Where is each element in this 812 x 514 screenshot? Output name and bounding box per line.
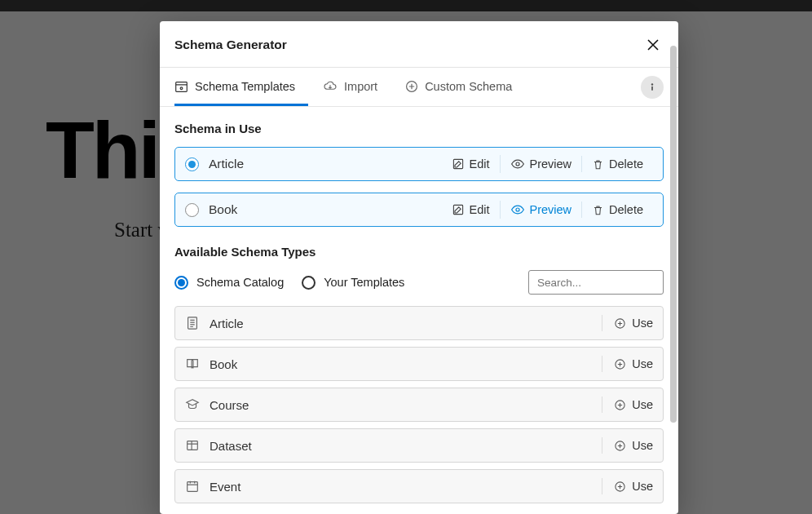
schema-name: Book [209, 202, 442, 217]
delete-button[interactable]: Delete [581, 156, 653, 172]
use-button[interactable]: Use [602, 397, 653, 413]
modal-title: Schema Generator [174, 38, 287, 52]
plus-circle-icon [614, 358, 626, 370]
preview-button[interactable]: Preview [500, 201, 582, 219]
modal-header: Schema Generator [160, 21, 678, 68]
eye-icon [510, 157, 525, 171]
preview-button[interactable]: Preview [500, 155, 582, 173]
primary-radio[interactable] [185, 203, 199, 217]
dataset-icon [185, 438, 200, 453]
svg-point-1 [180, 86, 183, 89]
schema-name: Book [210, 357, 602, 371]
tab-label: Custom Schema [425, 80, 512, 93]
item-actions: Edit Preview Delete [442, 155, 654, 173]
modal-content: Schema in Use Article Edit Preview [160, 107, 678, 514]
available-item: Article Use [174, 306, 664, 340]
use-button[interactable]: Use [602, 478, 653, 494]
item-actions: Edit Preview Delete [442, 201, 654, 219]
schema-generator-modal: Schema Generator Schema Templates Import… [160, 21, 678, 514]
preview-label: Preview [530, 203, 572, 216]
schema-name: Course [210, 398, 602, 412]
svg-rect-4 [651, 86, 653, 90]
svg-point-8 [515, 208, 519, 211]
in-use-item: Article Edit Preview Delete [174, 147, 664, 181]
use-button[interactable]: Use [602, 356, 653, 372]
plus-circle-icon [614, 399, 626, 411]
schema-name: Article [210, 317, 602, 330]
edit-icon [452, 157, 465, 171]
schema-name: Dataset [210, 439, 602, 453]
use-label: Use [632, 317, 653, 330]
available-filter-row: Schema Catalog Your Templates [174, 270, 664, 295]
preview-label: Preview [530, 157, 572, 171]
use-label: Use [632, 439, 653, 452]
plus-circle-icon [614, 317, 626, 330]
tab-import[interactable]: Import [323, 68, 391, 106]
course-icon [185, 397, 200, 412]
edit-label: Edit [470, 157, 490, 171]
delete-button[interactable]: Delete [581, 202, 653, 218]
use-button[interactable]: Use [602, 315, 653, 331]
svg-point-6 [515, 162, 519, 166]
plus-circle-icon [614, 481, 626, 493]
filter-schema-catalog[interactable]: Schema Catalog [174, 276, 284, 290]
schema-name: Article [209, 157, 442, 171]
filter-your-templates[interactable]: Your Templates [302, 276, 404, 290]
svg-point-3 [651, 83, 653, 85]
svg-rect-15 [188, 482, 198, 492]
available-item: Book Use [174, 347, 664, 381]
close-button[interactable] [644, 36, 662, 54]
available-item: Dataset Use [174, 428, 664, 463]
template-icon [174, 80, 188, 94]
eye-icon [510, 202, 525, 217]
article-icon [185, 316, 200, 330]
radio-icon [174, 276, 188, 290]
edit-label: Edit [470, 203, 490, 216]
available-list: Article Use Book Use Course [174, 306, 664, 503]
tabs-row: Schema Templates Import Custom Schema [160, 68, 678, 107]
tab-custom-schema[interactable]: Custom Schema [405, 69, 525, 105]
section-title-available: Available Schema Types [174, 245, 664, 259]
schema-name: Event [210, 480, 602, 494]
tab-label: Import [344, 80, 377, 93]
edit-icon [452, 203, 465, 216]
tab-schema-templates[interactable]: Schema Templates [174, 69, 308, 106]
edit-button[interactable]: Edit [442, 156, 500, 172]
in-use-item: Book Edit Preview Delete [174, 193, 664, 227]
plus-circle-icon [614, 440, 626, 452]
trash-icon [592, 158, 604, 171]
cloud-import-icon [323, 79, 338, 94]
available-item: Course Use [174, 388, 664, 422]
use-label: Use [632, 398, 653, 411]
close-icon [646, 38, 660, 52]
available-item: Event Use [174, 469, 664, 503]
radio-icon [302, 276, 316, 290]
filter-label: Your Templates [324, 276, 404, 289]
edit-button[interactable]: Edit [442, 202, 500, 218]
delete-label: Delete [609, 203, 643, 216]
in-use-list: Article Edit Preview Delete [174, 147, 664, 227]
section-title-in-use: Schema in Use [174, 122, 664, 135]
info-button[interactable] [641, 76, 664, 99]
info-icon [647, 82, 658, 93]
use-label: Use [632, 357, 653, 370]
event-icon [185, 479, 200, 494]
search-input[interactable] [528, 270, 664, 295]
use-button[interactable]: Use [602, 437, 653, 454]
svg-rect-13 [188, 441, 198, 450]
use-label: Use [632, 480, 653, 493]
primary-radio[interactable] [185, 157, 199, 171]
trash-icon [592, 204, 604, 216]
tab-label: Schema Templates [195, 80, 295, 93]
book-icon [185, 357, 200, 371]
filter-label: Schema Catalog [196, 276, 284, 289]
scrollbar[interactable] [670, 46, 677, 423]
delete-label: Delete [609, 157, 643, 171]
plus-circle-icon [405, 80, 418, 93]
filter-radio-group: Schema Catalog Your Templates [174, 276, 404, 290]
